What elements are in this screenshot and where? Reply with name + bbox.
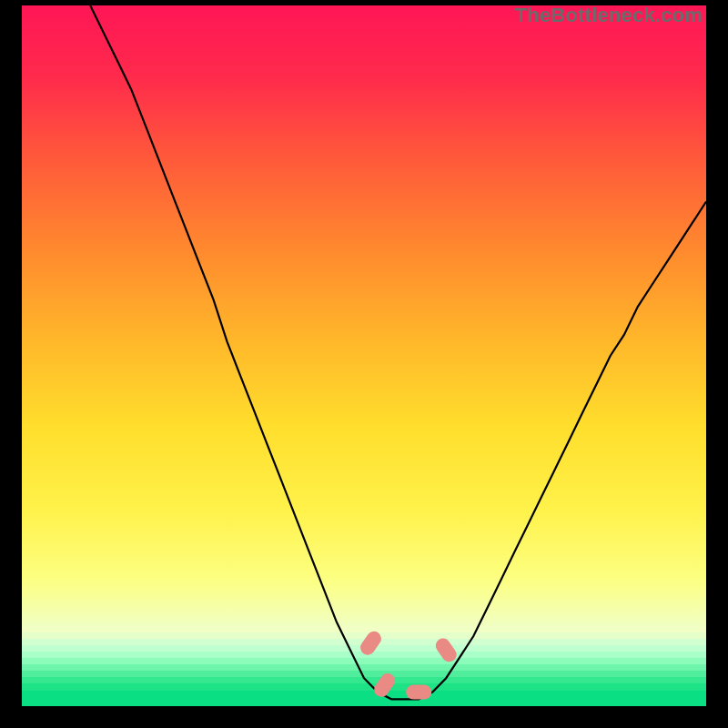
pink-dash [371, 671, 398, 700]
curve-layer [22, 5, 706, 706]
bottleneck-curve [90, 5, 706, 699]
plot-area [22, 5, 706, 706]
pink-dash [433, 635, 460, 664]
pink-dash [406, 685, 431, 700]
pink-dash [358, 629, 384, 658]
pink-dashes [358, 629, 460, 700]
watermark-text: TheBottleneck.com [515, 4, 703, 27]
chart-frame: TheBottleneck.com [0, 0, 728, 728]
